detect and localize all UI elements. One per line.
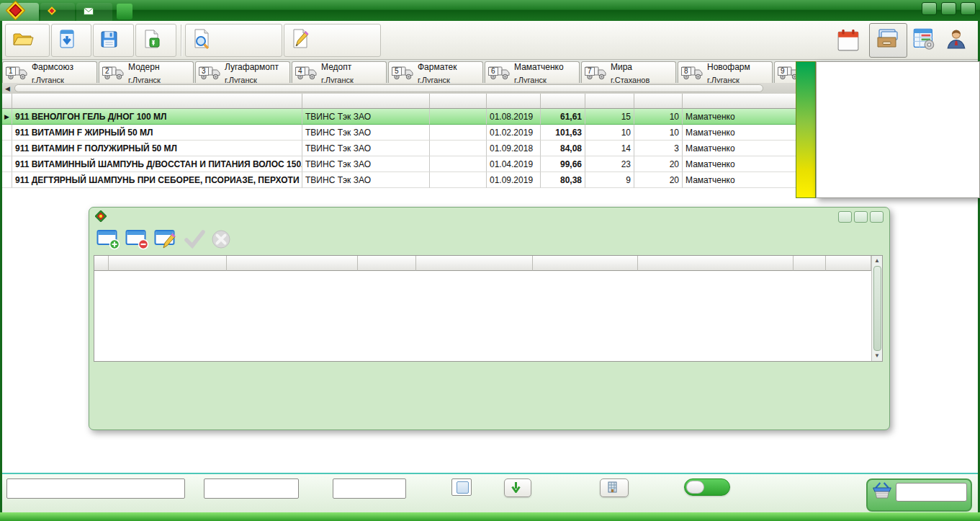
supplier-name: Лугафармопт [225, 62, 279, 72]
dialog-close-button[interactable] [870, 211, 884, 223]
close-button[interactable] [961, 2, 976, 15]
supplier-number: 5 [392, 67, 402, 76]
col-folder[interactable] [638, 256, 794, 271]
order-point-button[interactable] [600, 478, 629, 497]
col-series[interactable] [430, 94, 487, 109]
col-order[interactable] [634, 94, 683, 109]
col-term[interactable] [487, 94, 541, 109]
header-marker [94, 256, 109, 271]
table-row[interactable]: ▶ 911 ВЕНОЛГОН ГЕЛЬ Д/НОГ 100 МЛ ТВИНС Т… [2, 109, 814, 125]
references-vertical-tab[interactable] [796, 61, 816, 198]
defect-download-icon [58, 30, 76, 50]
table-empty-area [94, 271, 871, 278]
delete-record-icon[interactable] [125, 228, 150, 253]
supplier-tab[interactable]: 2 Модерн г.Луганск [99, 61, 194, 83]
col-manufacturer[interactable] [302, 94, 430, 109]
actions-icon [143, 30, 161, 50]
suppliers-table: ▲ ▼ [94, 255, 883, 362]
supplier-name: Маматченко [514, 62, 564, 72]
col-file[interactable] [794, 256, 826, 271]
filter-toggle[interactable] [684, 478, 730, 496]
common-price-button[interactable] [185, 24, 282, 57]
maximize-button[interactable] [941, 2, 956, 15]
work-date-field[interactable] [451, 478, 472, 496]
truck-icon: 6 [487, 65, 511, 81]
table-row[interactable]: 911 ВИТАМИННЫЙ ШАМПУНЬ Д/ВОССТАН И ПИТАН… [2, 156, 814, 172]
col-product[interactable] [12, 94, 302, 109]
add-record-icon[interactable] [96, 228, 121, 253]
defect-menu-button[interactable] [51, 24, 91, 57]
edit-record-icon[interactable] [154, 228, 179, 253]
table-row[interactable]: 911 ВИТАМИН F ПОЛУЖИРНЫЙ 50 МЛ ТВИНС Тэк… [2, 141, 814, 156]
col-rkey-id[interactable] [826, 256, 871, 271]
col-mask[interactable] [533, 256, 638, 271]
col-price[interactable] [541, 94, 585, 109]
term: 01.09.2019 [487, 172, 541, 188]
supplier-name: Фарматек [418, 62, 457, 72]
order-qty: 10 [634, 125, 683, 141]
folder-icon [12, 30, 34, 50]
col-supplier-name[interactable] [109, 256, 227, 271]
order-qty: 20 [634, 156, 683, 172]
price-menu-button[interactable] [5, 24, 50, 57]
dialog-maximize-button[interactable] [854, 211, 868, 223]
supplier-number: 3 [199, 67, 209, 76]
supplier-number: 7 [585, 67, 595, 76]
supplier-name: Фармсоюз [32, 62, 73, 72]
truck-icon: 3 [198, 65, 222, 81]
price: 61,61 [541, 109, 585, 125]
dialog-titlebar[interactable] [89, 208, 889, 226]
doc-edit-icon [291, 29, 310, 51]
sort-button[interactable] [504, 478, 531, 497]
manufacturer: ТВИНС Тэк ЗАО [302, 109, 430, 125]
calendar-picker-icon[interactable] [457, 481, 469, 494]
app-window: 1 Фармсоюз г.Луганск 2 Модерн г.Луганск [0, 0, 980, 521]
supplier: Маматченко [683, 141, 814, 156]
tab-price-list[interactable] [40, 3, 75, 21]
order-menu-button[interactable] [93, 24, 134, 57]
supplier-tab[interactable]: 6 Маматченко г.Луганск [485, 61, 580, 83]
table-row[interactable]: 911 ДЕГТЯРНЫЙ ШАМПУНЬ ПРИ СЕБОРЕЕ, ПСОРИ… [2, 172, 814, 188]
minimize-button[interactable] [922, 2, 937, 15]
new-tab-button[interactable] [117, 4, 132, 19]
search-input[interactable] [6, 478, 185, 499]
term: 01.04.2019 [487, 156, 541, 172]
stock: 9 [585, 172, 634, 188]
calendar-icon [837, 29, 860, 52]
scroll-down-icon[interactable]: ▼ [874, 351, 880, 361]
scroll-up-icon[interactable]: ▲ [874, 256, 880, 266]
scrollbar-thumb[interactable] [14, 84, 763, 92]
tab-inbox[interactable] [76, 3, 112, 21]
actions-menu-button[interactable] [135, 24, 176, 57]
supplier-tab[interactable]: 8 Новофарм г.Луганск [678, 61, 773, 83]
refine-input[interactable] [204, 478, 299, 499]
manufacturer-input[interactable] [333, 478, 406, 499]
dialog-minimize-button[interactable] [838, 211, 852, 223]
supplier-tab[interactable]: 3 Лугафармопт г.Луганск [195, 61, 290, 83]
prices-date-panel[interactable] [834, 27, 869, 53]
common-order-button[interactable] [284, 24, 381, 57]
vertical-scrollbar[interactable]: ▲ ▼ [871, 256, 882, 361]
col-egrul[interactable] [358, 256, 416, 271]
supplier: Маматченко [683, 125, 814, 141]
references-drawer-button[interactable] [869, 23, 907, 58]
supplier-tab[interactable]: 7 Мира г.Стаханов [581, 61, 676, 83]
results-grid: ▶ 911 ВЕНОЛГОН ГЕЛЬ Д/НОГ 100 МЛ ТВИНС Т… [2, 94, 814, 188]
supplier-tab[interactable]: 5 Фарматек г.Луганск [388, 61, 483, 83]
supplier-tab[interactable]: 1 Фармсоюз г.Луганск [2, 61, 97, 83]
supplier-tab[interactable]: 4 Медопт г.Луганск [292, 61, 387, 83]
col-stock[interactable] [585, 94, 634, 109]
table-row[interactable]: 911 ВИТАМИН F ЖИРНЫЙ 50 МЛ ТВИНС Тэк ЗАО… [2, 125, 814, 141]
drawer-icon [875, 28, 899, 53]
col-supplier[interactable] [683, 94, 814, 109]
col-email[interactable] [416, 256, 533, 271]
product-name: 911 ДЕГТЯРНЫЙ ШАМПУНЬ ПРИ СЕБОРЕЕ, ПСОРИ… [12, 172, 302, 188]
sort-down-arrow-icon [511, 481, 521, 495]
truck-icon: 1 [5, 65, 29, 81]
settings-button[interactable] [907, 23, 940, 58]
scroll-left-icon[interactable]: ◀ [2, 85, 13, 92]
col-address[interactable] [227, 256, 358, 271]
order-qty: 10 [634, 109, 683, 125]
user-button[interactable] [940, 23, 975, 58]
scrollbar-thumb[interactable] [873, 266, 881, 351]
